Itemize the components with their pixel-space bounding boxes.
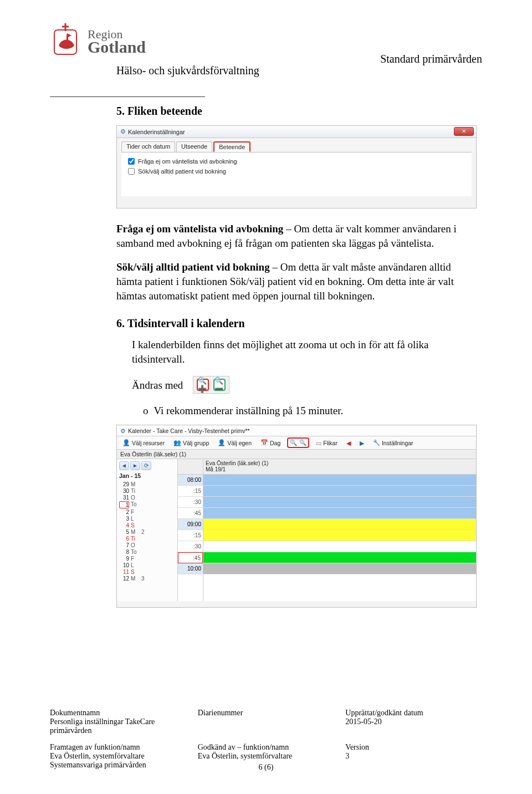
section-6-title: 6. Tidsintervall i kalendern <box>116 317 477 330</box>
tab-pane: Fråga ej om väntelista vid avbokning Sök… <box>121 152 472 196</box>
tab-utseende[interactable]: Utseende <box>176 141 212 152</box>
recommendation-bullet: oVi rekommenderar inställning på 15 minu… <box>143 405 477 417</box>
tab-tider-och-datum[interactable]: Tider och datum <box>121 141 175 152</box>
btn-valj-grupp[interactable]: 👥Välj grupp <box>171 439 211 447</box>
cal-refresh[interactable]: ⟳ <box>141 461 151 470</box>
chk-label-1: Fråga ej om väntelista vid avbokning <box>138 158 237 165</box>
btn-valj-egen[interactable]: 👤Välj egen <box>216 439 254 447</box>
page-footer: Dokumentnamn Personliga inställningar Ta… <box>50 709 482 772</box>
window-titlebar: ⚙ Kalender - Take Care - Visby-Testenhet… <box>117 425 476 436</box>
window-icon: ▭ <box>316 440 321 446</box>
btn-dag[interactable]: 📅Dag <box>258 439 283 447</box>
app-icon: ⚙ <box>120 427 126 434</box>
day-column[interactable]: Eva Österlin (läk.sekr) (1) Må 19/1 <box>203 459 476 601</box>
zoom-out-icon[interactable]: 🔍➖ <box>213 379 226 391</box>
mini-calendar-panel: ◄ ► ⟳ Jan - 15 29M30Ti31O1To2F3L4S5M26Ti… <box>117 459 178 601</box>
zoom-out-icon[interactable]: 🔍 <box>299 439 306 446</box>
tab-row: Tider och datum Utseende Beteende <box>117 138 476 152</box>
nav-next[interactable]: ▶ <box>357 439 366 447</box>
para-fraga-ej: Fråga ej om väntelista vid avbokning – O… <box>116 222 477 250</box>
screenshot-kalenderinstallningar: ⚙ Kalenderinställningar ✕ Tider och datu… <box>116 125 477 208</box>
time-column: 08:00:15:30:4509:00:15:30:4510:00 <box>178 459 203 601</box>
section-5-title: 5. Fliken beteende <box>116 105 477 118</box>
mini-calendar-grid[interactable]: 29M30Ti31O1To2F3L4S5M26Ti7O8To9F10L11S12… <box>119 481 175 582</box>
f-godkand-val: Eva Österlin, systemförvaltare <box>198 752 335 761</box>
zoom-highlight: 🔍 🔍 <box>287 437 309 448</box>
wrench-icon: 🔧 <box>373 439 380 446</box>
f-datum-val: 2015-05-20 <box>345 717 482 726</box>
zoom-icons-chip: 🔍➕ 🔍➖ <box>193 376 229 394</box>
screenshot-kalender: ⚙ Kalender - Take Care - Visby-Testenhet… <box>116 425 477 608</box>
month-label: Jan - 15 <box>119 472 175 479</box>
f-datum-label: Upprättat/godkänt datum <box>345 709 482 717</box>
window-title: Kalender - Take Care - Visby-Testenhet p… <box>128 427 250 434</box>
f-framtagen-label: Framtagen av funktion/namn <box>50 743 187 752</box>
btn-installningar[interactable]: 🔧Inställningar <box>371 439 416 447</box>
person-icon: 👤 <box>122 439 130 446</box>
person-icon: 👤 <box>218 439 226 446</box>
f-dokumentnamn-val: Personliga inställningar TakeCare primär… <box>50 717 187 735</box>
para-sok-valj: Sök/välj alltid patient vid bokning – Om… <box>116 260 477 303</box>
andras-med-label: Ändras med <box>132 378 183 393</box>
dialog-title: Kalenderinställningar <box>128 129 185 135</box>
f-diarienummer-label: Diarienummer <box>198 709 335 717</box>
cal-fwd[interactable]: ► <box>130 461 140 470</box>
f-framtagen-val1: Eva Österlin, systemförvaltare <box>50 752 187 761</box>
calendar-icon: 📅 <box>260 439 268 446</box>
dialog-titlebar: ⚙ Kalenderinställningar ✕ <box>117 126 476 138</box>
btn-flikar[interactable]: ▭Flikar <box>314 439 340 447</box>
close-button[interactable]: ✕ <box>454 127 474 136</box>
chk-label-2: Sök/välj alltid patient vid bokning <box>138 168 226 175</box>
toolbar: 👤Välj resurser 👥Välj grupp 👤Välj egen 📅D… <box>117 436 476 450</box>
f-dokumentnamn-label: Dokumentnamn <box>50 709 187 717</box>
para-tidsintervall: I kalenderbilden finns det möjlighet att… <box>132 338 477 366</box>
department: Hälso- och sjukvårdsförvaltning <box>116 64 482 77</box>
f-version-label: Version <box>345 743 482 752</box>
content-body: 5. Fliken beteende ⚙ Kalenderinställning… <box>116 105 477 608</box>
page-header: Region Gotland Standard primärvården Häl… <box>50 22 482 94</box>
group-icon: 👥 <box>173 439 181 446</box>
nav-prev[interactable]: ◀ <box>344 439 353 447</box>
region-gotland-shield-icon <box>50 22 83 61</box>
gear-icon: ⚙ <box>120 128 126 135</box>
f-godkand-label: Godkänd av – funktion/namn <box>198 743 335 752</box>
btn-valj-resurser[interactable]: 👤Välj resurser <box>120 439 167 447</box>
tab-beteende[interactable]: Beteende <box>213 141 250 152</box>
chk-fraga-ej-vantelista[interactable] <box>128 158 135 165</box>
page-number: 6 (6) <box>198 763 335 772</box>
f-version-val: 3 <box>345 752 482 761</box>
zoom-in-icon[interactable]: 🔍 <box>290 439 297 446</box>
logo-line2: Gotland <box>88 39 146 54</box>
zoom-in-icon[interactable]: 🔍➕ <box>197 379 209 391</box>
f-framtagen-val2: Systemansvariga primärvården <box>50 761 187 770</box>
resource-bar: Eva Österlin (läk.sekr) (1) <box>117 450 476 459</box>
doc-type: Standard primärvården <box>380 53 482 65</box>
header-rule <box>50 96 205 97</box>
chk-sok-valj-patient[interactable] <box>128 168 135 175</box>
cal-back[interactable]: ◄ <box>119 461 129 470</box>
